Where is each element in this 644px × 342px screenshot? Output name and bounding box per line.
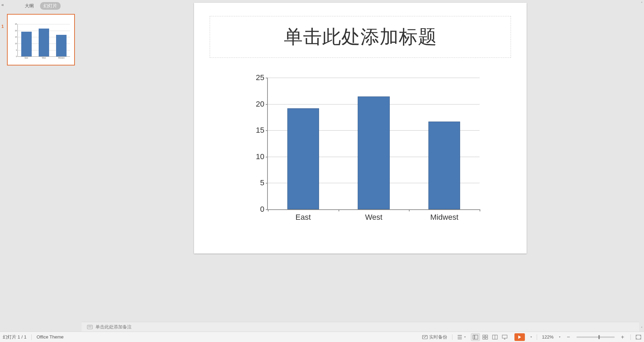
backup-label: 实时备份 — [429, 334, 447, 340]
divider — [537, 334, 537, 340]
chart-xtick-label: West — [365, 209, 382, 222]
reading-view-button[interactable] — [490, 333, 499, 341]
slideshow-view-button[interactable] — [500, 333, 509, 341]
divider — [630, 334, 631, 340]
zoom-slider[interactable] — [576, 336, 615, 338]
tab-outline[interactable]: 大纲 — [21, 2, 37, 10]
status-bar: 幻灯片 1 / 1 Office Theme 实时备份 ▾ — [0, 332, 644, 342]
notes-icon — [87, 325, 93, 329]
theme-name: Office Theme — [37, 334, 64, 340]
chart-bar — [287, 108, 319, 209]
zoom-in-button[interactable]: + — [620, 334, 626, 340]
title-placeholder-text: 单击此处添加标题 — [284, 24, 437, 50]
zoom-level[interactable]: 122% — [542, 334, 553, 340]
chart-gridline — [268, 78, 480, 78]
thumbnail-number: 1 — [1, 24, 4, 29]
svg-rect-4 — [486, 335, 488, 337]
divider — [452, 334, 452, 340]
chart-xtick-label: East — [295, 209, 311, 222]
fit-to-window-button[interactable] — [636, 335, 641, 340]
svg-rect-1 — [473, 335, 474, 339]
zoom-out-button[interactable]: − — [565, 334, 571, 340]
vertical-scrollbar[interactable]: ˄ ˅ — [639, 0, 644, 332]
slide-canvas[interactable]: 单击此处添加标题 0510152025EastWestMidwest — [194, 3, 527, 254]
svg-rect-9 — [502, 335, 507, 338]
slide-counter: 幻灯片 1 / 1 — [3, 334, 26, 340]
play-dropdown-icon[interactable]: ▾ — [530, 335, 532, 339]
scroll-down-icon[interactable]: ˅ — [641, 325, 643, 332]
svg-rect-5 — [483, 337, 485, 339]
chart-xtick-label: Midwest — [430, 209, 458, 222]
notes-pane[interactable]: 单击此处添加备注 — [82, 322, 639, 332]
menu-icon[interactable]: ▾ — [457, 335, 466, 340]
svg-rect-6 — [486, 337, 488, 339]
zoom-dropdown-icon[interactable]: ▾ — [559, 335, 560, 339]
slide-canvas-wrap: 单击此处添加标题 0510152025EastWestMidwest — [82, 0, 639, 322]
svg-rect-2 — [475, 335, 478, 339]
chart-object[interactable]: 0510152025EastWestMidwest — [243, 72, 487, 229]
normal-view-button[interactable] — [471, 333, 480, 341]
play-slideshow-button[interactable] — [514, 333, 525, 341]
play-icon — [518, 335, 521, 339]
title-placeholder-box[interactable]: 单击此处添加标题 — [210, 16, 511, 58]
chart-bar — [358, 96, 389, 209]
thumbnail-preview: 0510152025EastWestMidwest — [11, 18, 71, 61]
tab-slides[interactable]: 幻灯片 — [40, 2, 61, 10]
collapse-panel-icon[interactable]: « — [1, 2, 4, 7]
sorter-view-button[interactable] — [481, 333, 490, 341]
scroll-up-icon[interactable]: ˄ — [641, 0, 643, 7]
slide-thumbnail-1[interactable]: 0510152025EastWestMidwest — [7, 14, 75, 65]
divider — [31, 334, 32, 340]
app-root: « 大纲 幻灯片 1 0510152025EastWestMidwest — [0, 0, 644, 342]
view-mode-group — [471, 333, 510, 341]
main-area: « 大纲 幻灯片 1 0510152025EastWestMidwest — [0, 0, 644, 332]
panel-tabs: 大纲 幻灯片 — [0, 0, 82, 12]
slide-panel: « 大纲 幻灯片 1 0510152025EastWestMidwest — [0, 0, 82, 332]
notes-placeholder: 单击此处添加备注 — [95, 324, 132, 330]
editor-area: 单击此处添加标题 0510152025EastWestMidwest 单击此处添… — [82, 0, 639, 332]
backup-status[interactable]: 实时备份 — [422, 334, 447, 340]
chart-bar — [428, 122, 460, 210]
chart-plot-area: 0510152025EastWestMidwest — [267, 78, 480, 210]
svg-rect-3 — [483, 335, 485, 337]
thumbnail-list: 1 0510152025EastWestMidwest — [0, 12, 82, 332]
